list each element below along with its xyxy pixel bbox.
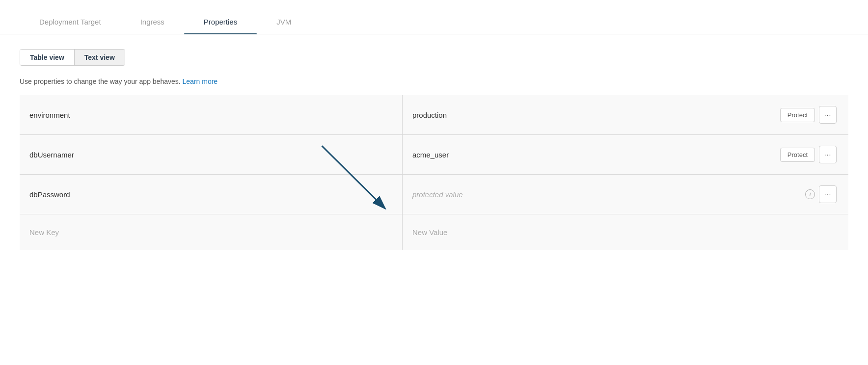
key-value: dbPassword	[29, 190, 70, 199]
key-cell: environment	[20, 95, 403, 134]
row-actions: Protect ···	[780, 106, 839, 124]
new-key-placeholder: New Key	[29, 228, 59, 236]
value-text: production	[412, 111, 447, 119]
content-area: Table view Text view Use properties to c…	[0, 34, 868, 269]
tab-deployment-target[interactable]: Deployment Target	[20, 18, 121, 34]
new-value-placeholder: New Value	[412, 228, 447, 236]
table-row: dbUsernamer acme_user Protect ···	[20, 135, 848, 175]
value-cell: production Protect ···	[403, 95, 848, 134]
tab-jvm[interactable]: JVM	[257, 18, 311, 34]
key-cell: dbUsernamer	[20, 135, 403, 174]
text-view-button[interactable]: Text view	[75, 50, 125, 65]
description-static: Use properties to change the way your ap…	[20, 78, 181, 85]
value-cell: protected value i ···	[403, 175, 848, 214]
learn-more-link[interactable]: Learn more	[183, 78, 218, 85]
table-row: environment production Protect ···	[20, 95, 848, 135]
info-icon[interactable]: i	[805, 189, 815, 199]
table-row-new: New Key New Value	[20, 214, 848, 250]
properties-table: environment production Protect ··· dbUse…	[20, 95, 848, 250]
value-text: acme_user	[412, 151, 449, 159]
more-button[interactable]: ···	[819, 106, 837, 124]
key-value: dbUsernamer	[29, 151, 74, 159]
key-cell: dbPassword	[20, 175, 403, 214]
tab-ingress[interactable]: Ingress	[121, 18, 184, 34]
description-text: Use properties to change the way your ap…	[20, 78, 848, 85]
protect-button[interactable]: Protect	[780, 108, 815, 122]
tab-properties[interactable]: Properties	[184, 18, 257, 34]
more-button[interactable]: ···	[819, 146, 837, 163]
protected-value-text: protected value	[412, 190, 463, 199]
table-row: dbPassword protected value i ···	[20, 175, 848, 214]
view-toggle: Table view Text view	[20, 49, 125, 66]
key-value: environment	[29, 111, 70, 119]
new-value-cell[interactable]: New Value	[403, 214, 848, 250]
table-view-button[interactable]: Table view	[20, 50, 75, 65]
row-actions: i ···	[801, 185, 839, 203]
new-key-cell[interactable]: New Key	[20, 214, 403, 250]
page-container: Deployment Target Ingress Properties JVM…	[0, 0, 868, 365]
tabs-bar: Deployment Target Ingress Properties JVM	[0, 0, 868, 34]
value-cell: acme_user Protect ···	[403, 135, 848, 174]
protect-button[interactable]: Protect	[780, 148, 815, 162]
more-button[interactable]: ···	[819, 185, 837, 203]
row-actions: Protect ···	[780, 146, 839, 163]
